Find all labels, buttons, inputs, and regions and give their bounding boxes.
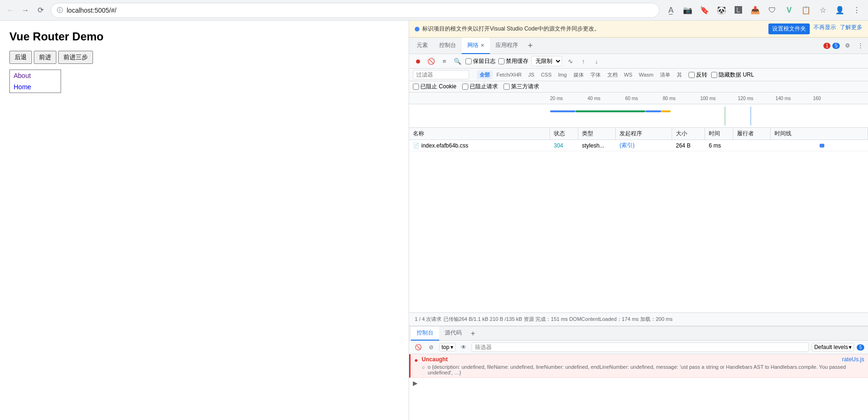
devtools-panel: 标识项目的根文件夹以打开Visual Studio Code中的源文件并同步更改… (409, 21, 868, 420)
console-eye-button[interactable]: 👁 (458, 342, 469, 352)
ms-mark-60: 60 ms (625, 96, 638, 101)
extension-icon[interactable]: 🐼 (714, 3, 729, 18)
header-name[interactable]: 名称 (409, 128, 550, 140)
console-clear-button[interactable]: 🚫 (413, 342, 423, 352)
star-icon[interactable]: ☆ (815, 3, 830, 18)
invert-label[interactable]: 反转 (689, 71, 707, 79)
settings-icon[interactable]: ⚙ (842, 40, 853, 51)
forward3-page-button[interactable]: 前进三步 (58, 51, 93, 64)
devtools-ext-icon[interactable]: 📋 (798, 3, 814, 18)
filter-font-button[interactable]: 字体 (588, 70, 604, 79)
filter-other-button[interactable]: 其 (674, 70, 685, 79)
file-icon: 📄 (413, 142, 419, 148)
row-timeline-bar (820, 144, 824, 148)
header-actor[interactable]: 履行者 (733, 128, 771, 140)
filter-wasm-button[interactable]: Wasm (636, 71, 656, 78)
header-size[interactable]: 大小 (672, 128, 705, 140)
error-source-link[interactable]: rateUs.js (842, 356, 864, 363)
upload-icon[interactable]: ↑ (578, 56, 589, 66)
back-page-button[interactable]: 后退 (9, 51, 32, 64)
blocked-cookie-checkbox[interactable] (413, 84, 419, 90)
router-links: About Home (9, 70, 61, 93)
console-stop-button[interactable]: ⊘ (426, 342, 436, 352)
more-options-icon[interactable]: ⋮ (855, 40, 866, 51)
address-bar[interactable]: ⓘ localhost:5005/#/ (51, 3, 659, 18)
console-tab-sources[interactable]: 源代码 (439, 327, 467, 341)
tab-elements[interactable]: 元素 (411, 38, 434, 54)
back-button[interactable]: ← (4, 4, 17, 17)
add-console-tab-button[interactable]: + (467, 328, 479, 339)
filter-ws-button[interactable]: WS (621, 71, 636, 78)
hide-data-label[interactable]: 隐藏数据 URL (711, 71, 754, 79)
clear-button[interactable]: 🚫 (426, 56, 436, 66)
wifi-icon[interactable]: ∿ (565, 56, 575, 66)
table-row[interactable]: 📄 index.efafb64b.css 304 stylesh... (索引)… (409, 140, 868, 151)
tab-application[interactable]: 应用程序 (490, 38, 524, 54)
learn-more-link[interactable]: 了解更多 (840, 23, 862, 34)
initiator-link[interactable]: (索引) (620, 142, 635, 148)
default-levels-select[interactable]: Default levels ▾ (812, 343, 854, 351)
bookmark-icon[interactable]: 🔖 (697, 3, 712, 18)
tab-network[interactable]: 网络 ✕ (462, 38, 490, 54)
reload-button[interactable]: ⟳ (34, 4, 47, 17)
vue-icon[interactable]: V (782, 3, 797, 18)
filter-css-button[interactable]: CSS (538, 71, 555, 78)
console-expand-arrow[interactable]: ▶ (409, 378, 868, 389)
forward-page-button[interactable]: 前进 (34, 51, 56, 64)
about-link[interactable]: About (10, 70, 61, 81)
throttle-select[interactable]: 无限制 (531, 56, 562, 66)
header-timeline[interactable]: 时间线 (771, 128, 868, 140)
third-party-checkbox[interactable] (504, 84, 510, 90)
blocked-requests-checkbox[interactable] (462, 84, 468, 90)
download-icon[interactable]: 📥 (748, 3, 763, 18)
filter-fetchxhr-button[interactable]: Fetch/XHR (494, 71, 525, 78)
filter-doc-button[interactable]: 文档 (604, 70, 620, 79)
dismiss-link[interactable]: 不再显示 (814, 23, 836, 34)
row-initiator: (索引) (616, 140, 672, 151)
preserve-log-label[interactable]: 保留日志 (465, 57, 496, 65)
console-filter-input[interactable] (472, 342, 809, 352)
add-tab-button[interactable]: + (524, 39, 537, 52)
record-button[interactable]: ⏺ (413, 56, 423, 66)
devtools-topbar-actions: 设置根文件夹 不再显示 了解更多 (768, 23, 862, 34)
preserve-log-checkbox[interactable] (465, 58, 472, 64)
blocked-requests-label[interactable]: 已阻止请求 (462, 83, 498, 91)
home-link[interactable]: Home (10, 81, 61, 93)
blocked-cookie-label[interactable]: 已阻止 Cookie (413, 83, 457, 91)
timeline-header: 20 ms 40 ms 60 ms 80 ms 100 ms 120 ms 14… (409, 93, 868, 104)
extension2-icon[interactable]: 🅻 (731, 3, 746, 18)
filter-manifest-button[interactable]: 清单 (657, 70, 673, 79)
filter-input[interactable] (413, 70, 469, 79)
invert-checkbox[interactable] (689, 72, 695, 78)
hide-data-checkbox[interactable] (711, 72, 717, 78)
disable-cache-checkbox[interactable] (498, 58, 504, 64)
translate-icon[interactable]: A̲ (663, 3, 678, 18)
header-type[interactable]: 类型 (578, 128, 616, 140)
third-party-label[interactable]: 第三方请求 (504, 83, 539, 91)
network-table-header: 名称 状态 类型 发起程序 大小 时间 履行者 时间线 (409, 128, 868, 140)
security-icon[interactable]: 🛡 (765, 3, 780, 18)
top-context-select[interactable]: top ▾ (439, 343, 456, 351)
filter-button[interactable]: ≡ (439, 56, 450, 66)
console-error-content: Uncaught rateUs.js ○ o {description: und… (422, 356, 864, 375)
filter-media-button[interactable]: 媒体 (571, 70, 587, 79)
console-tab-console[interactable]: 控制台 (411, 327, 439, 341)
header-status[interactable]: 状态 (550, 128, 578, 140)
devtools-topbar-message: 标识项目的根文件夹以打开Visual Studio Code中的源文件并同步更改… (415, 25, 600, 33)
tab-console[interactable]: 控制台 (434, 38, 462, 54)
filter-all-button[interactable]: 全部 (477, 70, 493, 79)
profile-icon[interactable]: 👤 (832, 3, 847, 18)
screenshot-icon[interactable]: 📷 (680, 3, 695, 18)
error-detail: ○ o {description: undefined, fileName: u… (422, 364, 864, 375)
filter-img-button[interactable]: Img (555, 71, 569, 78)
header-time[interactable]: 时间 (705, 128, 733, 140)
forward-button[interactable]: → (19, 4, 32, 17)
search-button[interactable]: 🔍 (452, 56, 463, 66)
menu-icon[interactable]: ⋮ (849, 3, 864, 18)
setup-root-button[interactable]: 设置根文件夹 (768, 23, 810, 34)
web-content: Vue Router Demo 后退 前进 前进三步 About Home (0, 21, 409, 420)
header-initiator[interactable]: 发起程序 (616, 128, 672, 140)
disable-cache-label[interactable]: 禁用缓存 (498, 57, 528, 65)
download-icon[interactable]: ↓ (591, 56, 602, 66)
filter-js-button[interactable]: JS (526, 71, 537, 78)
